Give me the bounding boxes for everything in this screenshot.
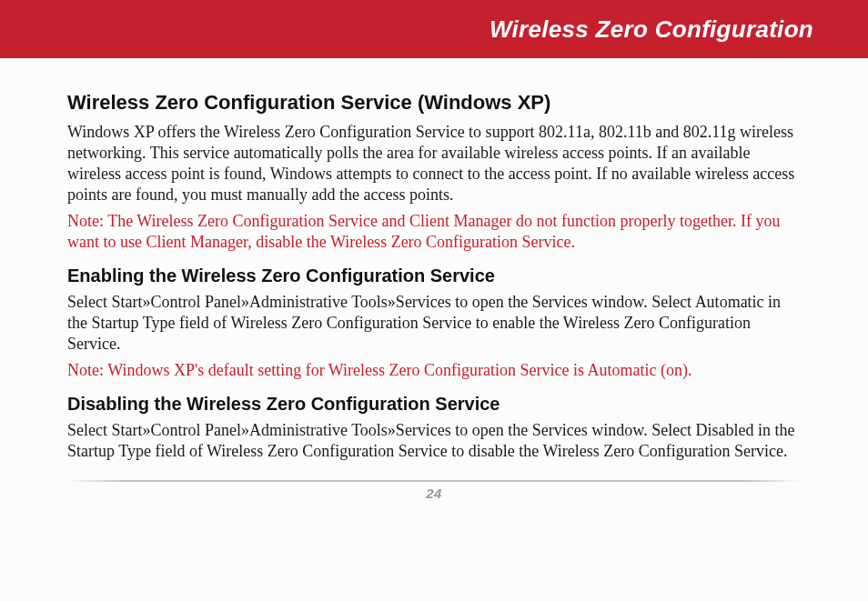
page-footer: 24 [0,480,868,501]
section-body-disable: Select Start»Control Panel»Administrativ… [67,420,801,462]
section-body-main: Windows XP offers the Wireless Zero Conf… [67,122,801,205]
footer-rule [67,480,801,482]
section-note-main: Note: The Wireless Zero Configuration Se… [67,211,801,253]
section-heading-disable: Disabling the Wireless Zero Configuratio… [67,394,801,415]
section-body-enable: Select Start»Control Panel»Administrativ… [67,292,801,355]
section-heading-main: Wireless Zero Configuration Service (Win… [67,91,801,115]
page-number: 24 [0,486,868,501]
page-content: Wireless Zero Configuration Service (Win… [0,58,868,462]
header-banner: Wireless Zero Configuration [0,0,868,58]
section-note-enable: Note: Windows XP's default setting for W… [67,360,801,381]
section-heading-enable: Enabling the Wireless Zero Configuration… [67,265,801,286]
header-title: Wireless Zero Configuration [490,15,813,44]
